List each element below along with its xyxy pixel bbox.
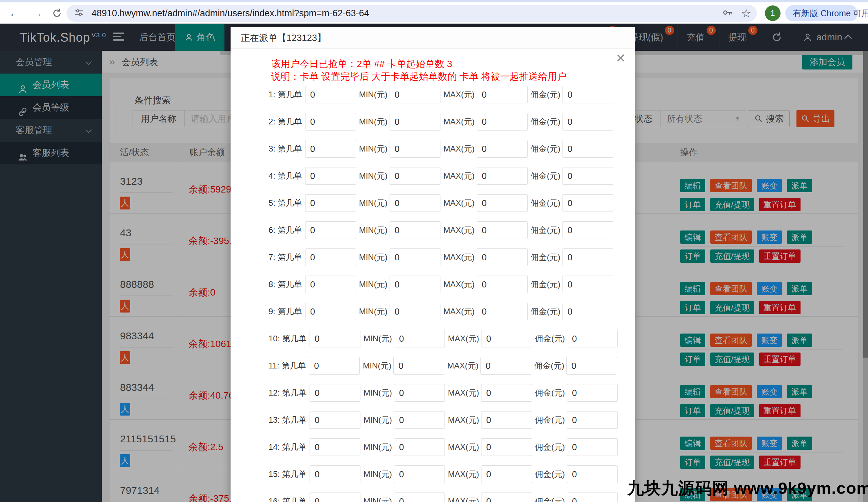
commission-input[interactable] (562, 275, 613, 293)
browser-back-icon[interactable]: ← (9, 7, 20, 20)
chrome-update-button[interactable]: 有新版 Chrome 可用 ⋮ (785, 5, 858, 21)
max-amount-input[interactable] (477, 221, 528, 239)
min-amount-input[interactable] (394, 466, 445, 483)
max-label: MAX(元) (444, 252, 475, 263)
commission-input[interactable] (567, 492, 618, 502)
max-amount-input[interactable] (481, 411, 532, 429)
url-text[interactable]: 48910.hwymw.net/admin#/admin/users/index… (92, 8, 369, 19)
max-label: MAX(元) (448, 415, 479, 426)
min-amount-input[interactable] (390, 249, 441, 266)
max-amount-input[interactable] (477, 194, 528, 212)
order-number-input[interactable] (305, 275, 356, 293)
order-number-input[interactable] (310, 492, 360, 502)
min-label: MIN(元) (363, 360, 391, 371)
max-amount-input[interactable] (481, 466, 532, 483)
commission-input[interactable] (562, 140, 613, 158)
commission-input[interactable] (567, 384, 618, 402)
max-amount-input[interactable] (481, 384, 532, 402)
min-label: MIN(元) (363, 415, 392, 426)
max-amount-input[interactable] (477, 86, 528, 103)
order-number-input[interactable] (310, 384, 360, 402)
browser-reload-icon[interactable] (52, 8, 62, 21)
close-icon[interactable]: ✕ (616, 52, 626, 64)
min-amount-input[interactable] (390, 275, 441, 293)
min-label: MIN(元) (363, 469, 392, 480)
fee-label: 佣金(元) (531, 116, 560, 127)
commission-input[interactable] (567, 466, 618, 483)
min-amount-input[interactable] (390, 140, 441, 158)
fee-label: 佣金(元) (535, 496, 565, 502)
min-amount-input[interactable] (390, 86, 441, 103)
browser-forward-icon[interactable]: → (31, 7, 43, 20)
fee-label: 佣金(元) (534, 360, 564, 371)
order-number-input[interactable] (310, 438, 360, 456)
order-config-row: 2: 第几单 MIN(元) MAX(元) 佣金(元) (269, 113, 635, 130)
commission-input[interactable] (566, 357, 617, 375)
order-index-label: 16: 第几单 (269, 496, 307, 502)
bookmark-star-icon[interactable]: ☆ (741, 5, 751, 22)
order-number-input[interactable] (310, 330, 360, 347)
min-amount-input[interactable] (393, 357, 444, 375)
max-amount-input[interactable] (481, 330, 532, 347)
min-amount-input[interactable] (394, 492, 445, 502)
min-label: MIN(元) (359, 89, 388, 100)
order-number-input[interactable] (305, 167, 356, 185)
order-number-input[interactable] (310, 466, 360, 483)
order-number-input[interactable] (309, 357, 360, 375)
min-amount-input[interactable] (394, 330, 445, 347)
max-label: MAX(元) (448, 469, 479, 480)
order-index-label: 2: 第几单 (269, 116, 302, 127)
chrome-update-label: 有新版 Chrome 可用 (793, 8, 868, 19)
max-amount-input[interactable] (477, 249, 528, 266)
modal-notice-line1: 该用户今日已抢单：2单 ## 卡单起始单数 3 (271, 57, 635, 70)
site-settings-icon[interactable] (74, 8, 84, 19)
order-number-input[interactable] (310, 411, 360, 429)
min-amount-input[interactable] (394, 438, 445, 456)
commission-input[interactable] (562, 113, 613, 130)
commission-input[interactable] (562, 221, 613, 239)
modal-title: 正在派单【123123】 (230, 27, 635, 49)
max-amount-input[interactable] (477, 303, 528, 320)
commission-input[interactable] (562, 86, 613, 103)
min-amount-input[interactable] (390, 113, 441, 130)
order-number-input[interactable] (305, 113, 356, 130)
min-amount-input[interactable] (390, 194, 441, 212)
max-label: MAX(元) (444, 198, 475, 208)
order-number-input[interactable] (305, 140, 356, 158)
commission-input[interactable] (562, 249, 613, 266)
max-amount-input[interactable] (480, 357, 531, 375)
min-amount-input[interactable] (390, 167, 441, 185)
max-amount-input[interactable] (481, 438, 532, 456)
min-amount-input[interactable] (390, 221, 441, 239)
order-number-input[interactable] (305, 86, 356, 103)
browser-profile-avatar[interactable]: 1 (765, 6, 781, 21)
order-index-label: 8: 第几单 (269, 279, 302, 290)
min-amount-input[interactable] (390, 303, 441, 320)
password-key-icon[interactable] (722, 7, 733, 20)
max-label: MAX(元) (444, 306, 475, 317)
max-amount-input[interactable] (477, 275, 528, 293)
max-amount-input[interactable] (477, 140, 528, 158)
order-number-input[interactable] (305, 249, 356, 266)
order-index-label: 6: 第几单 (269, 225, 302, 236)
min-label: MIN(元) (359, 116, 388, 127)
max-amount-input[interactable] (477, 113, 528, 130)
commission-input[interactable] (562, 167, 613, 185)
commission-input[interactable] (562, 303, 613, 320)
fee-label: 佣金(元) (531, 89, 560, 100)
order-number-input[interactable] (305, 221, 356, 239)
min-amount-input[interactable] (394, 411, 445, 429)
max-label: MAX(元) (447, 360, 478, 371)
max-label: MAX(元) (448, 333, 479, 344)
max-amount-input[interactable] (481, 492, 532, 502)
address-bar[interactable]: 48910.hwymw.net/admin#/admin/users/index… (66, 5, 757, 22)
min-amount-input[interactable] (394, 384, 445, 402)
order-number-input[interactable] (305, 303, 356, 320)
commission-input[interactable] (562, 194, 613, 212)
commission-input[interactable] (567, 438, 618, 456)
max-amount-input[interactable] (477, 167, 528, 185)
commission-input[interactable] (567, 411, 618, 429)
modal-body: 该用户今日已抢单：2单 ## 卡单起始单数 3 说明：卡单 设置完毕后 大于卡单… (230, 49, 635, 502)
order-number-input[interactable] (305, 194, 356, 212)
commission-input[interactable] (567, 330, 618, 347)
